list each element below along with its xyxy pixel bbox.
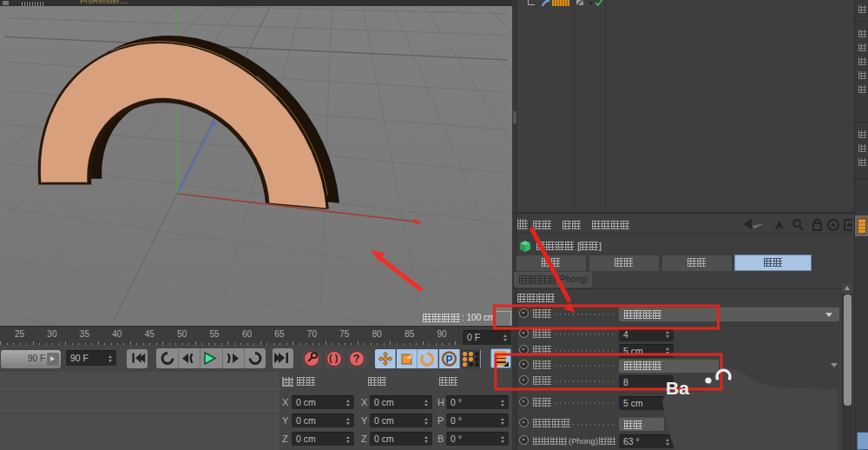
- svg-text:P: P: [446, 354, 453, 366]
